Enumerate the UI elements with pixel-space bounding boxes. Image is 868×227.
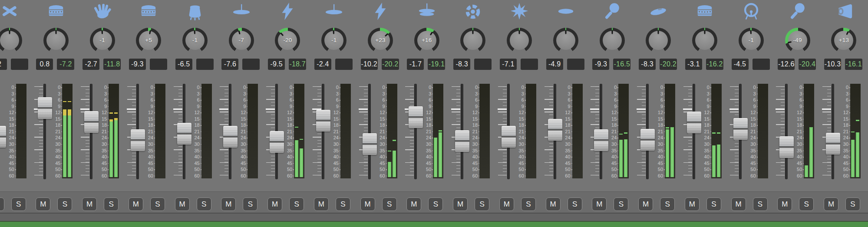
peak-display[interactable]: -7.2 — [57, 59, 74, 70]
cymbal-icon[interactable] — [231, 1, 251, 21]
solo-button[interactable]: S — [660, 197, 675, 211]
mute-button[interactable]: M — [129, 197, 143, 211]
pan-knob[interactable] — [600, 28, 625, 53]
solo-button[interactable]: S — [753, 197, 768, 211]
lightning-bolt-icon[interactable] — [370, 1, 390, 21]
fader-track[interactable] — [368, 84, 371, 179]
mute-button[interactable]: M — [638, 197, 653, 211]
solo-button[interactable]: S — [706, 197, 721, 211]
solo-button[interactable]: S — [568, 197, 582, 211]
mute-button[interactable]: M — [360, 197, 375, 211]
snare-drum-icon[interactable] — [46, 1, 66, 21]
solo-button[interactable]: S — [845, 197, 860, 211]
peak-display[interactable] — [150, 59, 167, 70]
peak-display[interactable]: -18.7 — [289, 59, 306, 70]
pan-knob[interactable]: +5 — [136, 28, 161, 53]
fader-track[interactable] — [322, 84, 324, 179]
pan-knob[interactable]: -1 — [182, 28, 208, 53]
mute-button[interactable]: M — [685, 197, 700, 211]
pan-knob[interactable] — [43, 28, 69, 53]
mute-button[interactable]: M — [406, 197, 421, 211]
drumsticks-icon[interactable] — [0, 1, 20, 21]
pan-knob[interactable]: -1 — [90, 28, 115, 53]
peak-display[interactable]: -11.8 — [103, 59, 121, 70]
pan-knob[interactable] — [460, 28, 485, 53]
peak-display[interactable] — [521, 59, 538, 70]
solo-button[interactable]: S — [104, 197, 119, 211]
volume-display[interactable]: -12.6 — [778, 59, 795, 70]
mute-button[interactable]: M — [267, 197, 282, 211]
solo-button[interactable]: S — [336, 197, 350, 211]
mute-button[interactable]: M — [36, 197, 50, 211]
volume-display[interactable]: -2.7 — [83, 59, 99, 70]
peak-display[interactable]: -16.1 — [845, 59, 862, 70]
mute-button[interactable]: M — [777, 197, 792, 211]
solo-button[interactable]: S — [197, 197, 211, 211]
volume-display[interactable]: -8.3 — [453, 59, 470, 70]
hand-clap-icon[interactable] — [92, 1, 112, 21]
mute-button[interactable]: M — [221, 197, 236, 211]
mute-button[interactable]: M — [731, 197, 746, 211]
tambourine-icon[interactable] — [556, 1, 576, 21]
gong-icon[interactable] — [741, 1, 761, 21]
mute-button[interactable]: M — [175, 197, 190, 211]
pan-knob[interactable]: -49 — [785, 28, 810, 53]
solo-button[interactable]: S — [475, 197, 489, 211]
snare-drum-icon[interactable] — [139, 1, 158, 21]
mute-button[interactable]: M — [499, 197, 514, 211]
pan-knob[interactable]: +23 — [368, 28, 393, 53]
volume-display[interactable]: -10.3 — [824, 59, 841, 70]
snare-drum-icon[interactable] — [695, 1, 715, 21]
volume-display[interactable]: -9.5 — [268, 59, 285, 70]
pan-knob[interactable] — [0, 28, 22, 53]
peak-display[interactable]: -16.5 — [613, 59, 630, 70]
peak-display[interactable] — [242, 59, 260, 70]
solo-button[interactable]: S — [243, 197, 257, 211]
pan-knob[interactable]: -1 — [321, 28, 347, 53]
peak-display[interactable] — [567, 59, 584, 70]
mute-button[interactable]: M — [453, 197, 468, 211]
volume-display[interactable]: -6.5 — [175, 59, 192, 70]
volume-display[interactable]: -1.7 — [407, 59, 424, 70]
solo-button[interactable]: S — [521, 197, 536, 211]
pan-knob[interactable]: -1 — [739, 28, 764, 53]
peak-display[interactable] — [196, 59, 214, 70]
solo-button[interactable]: S — [11, 197, 26, 211]
mute-button[interactable]: M — [592, 197, 607, 211]
peak-display[interactable] — [11, 59, 28, 70]
volume-display[interactable]: -2.4 — [314, 59, 331, 70]
peak-display[interactable]: -20.2 — [660, 59, 677, 70]
lightning-bolt-icon[interactable] — [277, 1, 297, 21]
pan-knob[interactable] — [692, 28, 717, 53]
peak-display[interactable]: -20.4 — [799, 59, 816, 70]
volume-display[interactable]: -7.6 — [221, 59, 238, 70]
pandeiro-icon[interactable] — [648, 1, 668, 21]
peak-display[interactable] — [335, 59, 353, 70]
fader-track[interactable] — [832, 84, 834, 179]
starburst-icon[interactable] — [509, 1, 529, 21]
volume-display[interactable]: -7.1 — [500, 59, 517, 70]
mute-button[interactable]: M — [824, 197, 838, 211]
pan-knob[interactable] — [507, 28, 532, 53]
volume-display[interactable]: -4.5 — [732, 59, 749, 70]
peak-display[interactable] — [752, 59, 770, 70]
volume-display[interactable]: -9.3 — [129, 59, 146, 70]
peak-display[interactable] — [474, 59, 492, 70]
cymbal-icon[interactable] — [324, 1, 344, 21]
solo-button[interactable]: S — [289, 197, 304, 211]
volume-display[interactable]: -8.3 — [639, 59, 656, 70]
solo-button[interactable]: S — [428, 197, 443, 211]
pan-knob[interactable]: -20 — [275, 28, 300, 53]
pan-knob[interactable] — [553, 28, 578, 53]
solo-button[interactable]: S — [382, 197, 397, 211]
volume-display[interactable]: .2 — [0, 59, 7, 70]
conga-icon[interactable] — [185, 1, 205, 21]
pan-knob[interactable] — [646, 28, 671, 53]
mute-button[interactable]: M — [546, 197, 561, 211]
pan-knob[interactable]: +16 — [414, 28, 439, 53]
solo-button[interactable]: S — [57, 197, 72, 211]
fader-track[interactable] — [414, 84, 417, 179]
peak-display[interactable]: -19.1 — [428, 59, 445, 70]
peak-display[interactable]: -20.2 — [382, 59, 399, 70]
volume-display[interactable]: -4.9 — [546, 59, 563, 70]
